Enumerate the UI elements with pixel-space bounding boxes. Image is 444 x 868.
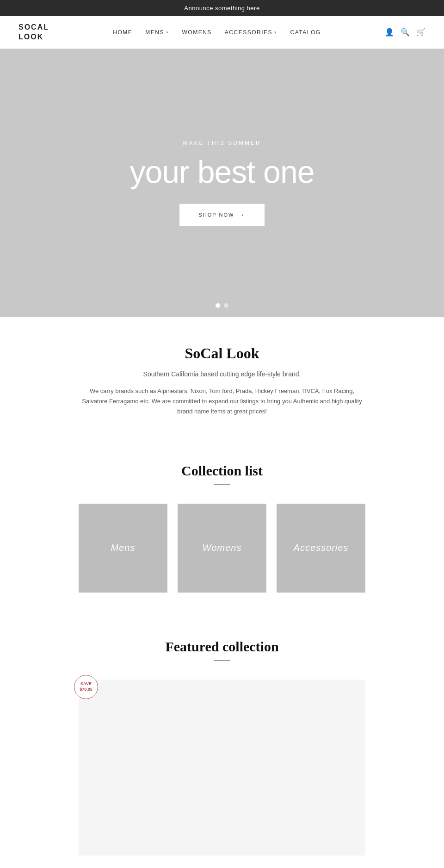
featured-product-area: SAVE $70.05 xyxy=(79,680,365,856)
dot-1[interactable] xyxy=(216,303,220,308)
about-section: SoCal Look Southern California based cut… xyxy=(60,317,384,440)
shop-now-arrow: → xyxy=(238,211,245,219)
collection-divider xyxy=(214,484,230,485)
header: SOCAL LOOK HOME MENS ▾ WOMENS ACCESSORIE… xyxy=(0,16,444,49)
product-image[interactable] xyxy=(79,680,365,856)
featured-section: Featured collection SAVE $70.05 xyxy=(0,616,444,856)
about-body: We carry brands such as Alpinestars, Nix… xyxy=(79,386,365,417)
hero-section: MAKE THIS SUMMER your best one SHOP NOW … xyxy=(0,49,444,317)
collection-card-accessories[interactable]: Accessories xyxy=(277,504,365,593)
nav-accessories[interactable]: ACCESSORIES ▾ xyxy=(225,29,278,36)
announcement-bar: Announce something here xyxy=(0,0,444,16)
logo[interactable]: SOCAL LOOK xyxy=(18,23,49,42)
collection-mens-label: Mens xyxy=(111,543,136,553)
logo-line1: SOCAL xyxy=(18,23,49,31)
about-title: SoCal Look xyxy=(79,345,365,362)
collection-section: Collection list Mens Womens Accessories xyxy=(0,440,444,616)
nav-mens[interactable]: MENS ▾ xyxy=(145,29,169,36)
collection-card-womens[interactable]: Womens xyxy=(178,504,266,593)
save-badge-line1: SAVE xyxy=(80,681,92,687)
collection-grid: Mens Womens Accessories xyxy=(18,504,426,593)
nav-icon-group: 👤 🔍 🛒 xyxy=(385,28,426,37)
hero-subtitle: MAKE THIS SUMMER xyxy=(183,140,261,146)
nav-home[interactable]: HOME xyxy=(113,29,132,36)
mens-caret: ▾ xyxy=(166,30,169,35)
announcement-text: Announce something here xyxy=(184,5,259,12)
nav-womens[interactable]: WOMENS xyxy=(182,29,212,36)
main-nav: HOME MENS ▾ WOMENS ACCESSORIES ▾ CATALOG xyxy=(113,29,321,36)
account-icon[interactable]: 👤 xyxy=(385,28,394,37)
featured-title: Featured collection xyxy=(18,639,426,655)
save-badge: SAVE $70.05 xyxy=(74,675,98,699)
nav-catalog[interactable]: CATALOG xyxy=(290,29,321,36)
accessories-caret: ▾ xyxy=(274,30,278,35)
save-badge-line2: $70.05 xyxy=(80,687,92,693)
search-icon[interactable]: 🔍 xyxy=(401,28,410,37)
hero-dots xyxy=(216,303,228,308)
logo-line2: LOOK xyxy=(18,33,43,41)
about-subtitle: Southern California based cutting edge l… xyxy=(79,370,365,378)
collection-title: Collection list xyxy=(18,463,426,479)
collection-womens-label: Womens xyxy=(203,543,242,553)
dot-2[interactable] xyxy=(224,303,228,308)
shop-now-label: SHOP NOW xyxy=(199,212,234,218)
shop-now-button[interactable]: SHOP NOW → xyxy=(179,204,265,226)
collection-accessories-label: Accessories xyxy=(294,543,349,553)
hero-title: your best one xyxy=(130,154,314,190)
cart-icon[interactable]: 🛒 xyxy=(416,28,426,37)
collection-card-mens[interactable]: Mens xyxy=(79,504,167,593)
featured-divider xyxy=(214,660,230,661)
